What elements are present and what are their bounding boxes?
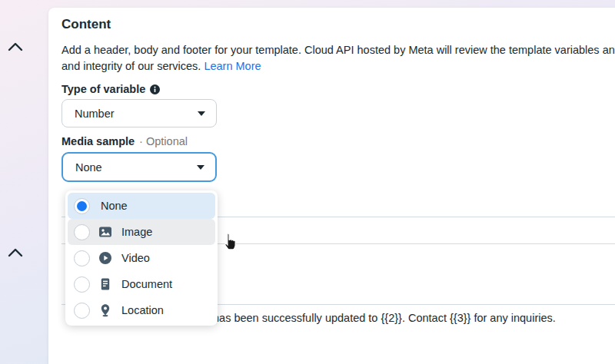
option-label: Image xyxy=(121,226,152,238)
option-label: Location xyxy=(121,304,164,316)
type-of-variable-label-text: Type of variable xyxy=(62,83,145,95)
radio-selected-icon xyxy=(74,198,90,214)
dropdown-option-none[interactable]: None xyxy=(68,193,215,219)
cursor-hand-icon xyxy=(221,232,239,252)
dropdown-option-document[interactable]: Document xyxy=(68,271,215,297)
image-icon xyxy=(98,225,112,239)
radio-unselected-icon xyxy=(74,224,90,240)
dropdown-option-location[interactable]: Location xyxy=(68,297,215,323)
radio-unselected-icon xyxy=(74,276,90,293)
description-line-2-text: and integrity of our services. xyxy=(62,60,204,72)
option-label: Document xyxy=(121,278,172,290)
media-sample-optional-text: · Optional xyxy=(139,135,188,147)
option-label: Video xyxy=(121,252,150,264)
description-line-1: Add a header, body and footer for your t… xyxy=(62,44,615,56)
media-sample-label: Media sample · Optional xyxy=(62,135,188,147)
media-sample-label-text: Media sample xyxy=(62,135,135,147)
radio-unselected-icon xyxy=(74,250,90,266)
chevron-up-icon[interactable] xyxy=(8,248,23,257)
dropdown-option-image[interactable]: Image xyxy=(68,219,215,245)
page-title: Content xyxy=(62,17,111,32)
learn-more-link[interactable]: Learn More xyxy=(204,60,261,72)
type-of-variable-select[interactable]: Number xyxy=(62,99,217,127)
radio-unselected-icon xyxy=(74,303,90,319)
description-line-2: and integrity of our services. Learn Mor… xyxy=(62,60,261,72)
template-editor-page: { "content": { "title": "Content", "desc… xyxy=(0,0,615,364)
document-icon xyxy=(98,277,112,291)
option-label: None xyxy=(101,200,128,212)
type-of-variable-label: Type of variable xyxy=(62,83,160,95)
caret-down-icon xyxy=(197,165,204,170)
dropdown-option-video[interactable]: Video xyxy=(68,245,215,271)
template-body-text[interactable]: has been successfully updated to {{2}}. … xyxy=(213,312,556,324)
type-of-variable-value: Number xyxy=(75,108,115,120)
media-sample-select[interactable]: None xyxy=(62,152,217,182)
caret-down-icon xyxy=(198,111,205,116)
chevron-up-icon[interactable] xyxy=(8,42,23,51)
content-section-card: Content Add a header, body and footer fo… xyxy=(48,8,615,364)
location-icon xyxy=(98,303,112,317)
media-sample-value: None xyxy=(75,161,102,174)
media-sample-dropdown-menu: None Image Video xyxy=(65,190,218,326)
video-icon xyxy=(98,251,112,265)
info-icon[interactable] xyxy=(150,84,160,94)
